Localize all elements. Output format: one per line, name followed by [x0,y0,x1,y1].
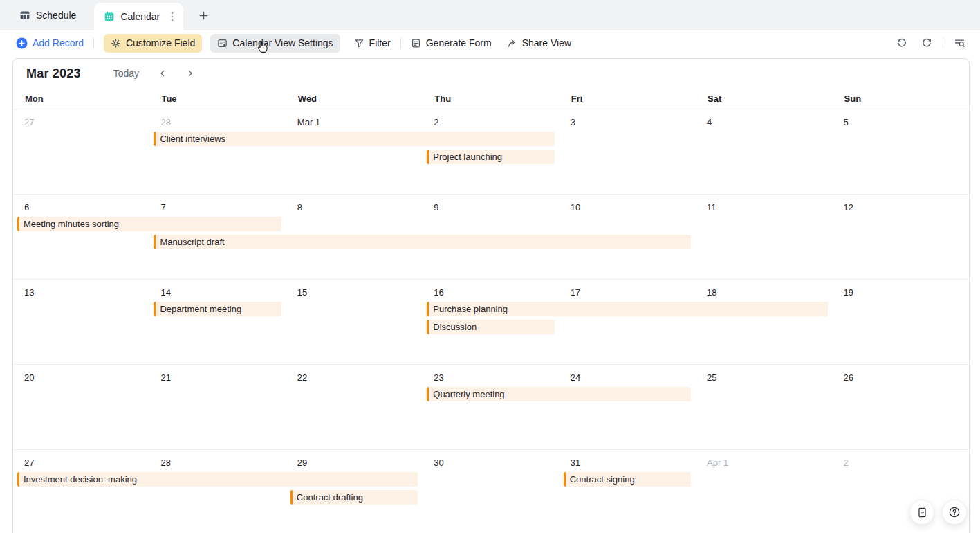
day-cell[interactable]: 31 [560,450,696,533]
filter-label: Filter [369,37,391,48]
date-label: 6 [24,202,29,213]
date-label: 5 [844,117,849,127]
day-cell[interactable]: 27 [13,450,149,533]
generate-form-label: Generate Form [426,37,492,48]
calendar-view-settings-button[interactable]: Calendar View Settings [210,34,340,53]
share-view-label: Share View [522,37,571,48]
generate-form-button[interactable]: Generate Form [411,37,492,48]
calendar-event[interactable]: Project launching [427,150,554,164]
day-cell[interactable]: 15 [286,280,423,364]
day-cell[interactable]: 4 [696,109,832,194]
plus-circle-icon [16,37,28,49]
date-label: 2 [844,458,849,468]
list-settings-icon [217,38,228,48]
day-cell[interactable]: 13 [13,280,149,364]
document-icon [916,507,928,518]
tab-schedule-label: Schedule [36,10,76,21]
date-label: 27 [24,458,34,468]
date-label: 26 [844,372,853,383]
day-cell[interactable]: 25 [696,365,832,449]
day-cell[interactable]: 18 [696,280,832,364]
date-label: 31 [571,458,580,468]
date-label: 3 [571,117,575,127]
date-label: 22 [297,372,307,383]
help-button[interactable] [942,500,967,525]
calendar-event[interactable]: Purchase planning [427,302,827,316]
day-cell[interactable]: 11 [696,195,832,279]
day-cell[interactable]: 30 [423,450,559,533]
next-month-button[interactable] [182,65,198,82]
date-label: 12 [844,202,853,213]
day-cell[interactable]: 28 [149,450,286,533]
day-cell[interactable]: 20 [13,365,149,449]
search-records-icon [954,37,965,48]
share-view-button[interactable]: Share View [507,37,571,48]
day-cell[interactable]: 3 [560,109,696,194]
search-records-button[interactable] [951,35,968,51]
weekday-label: Thu [423,88,559,109]
calendar-event[interactable]: Discussion [427,320,554,334]
tab-calendar-label: Calendar [120,11,160,22]
date-label: 2 [434,117,438,127]
today-button[interactable]: Today [113,68,139,79]
day-cell[interactable]: 21 [149,365,286,449]
day-cell[interactable]: 17 [560,280,696,364]
undo-icon [896,37,907,48]
day-cell[interactable]: Apr 1 [696,450,832,533]
day-cell[interactable]: 24 [560,365,696,449]
tab-calendar[interactable]: Calendar [94,3,183,30]
day-cell[interactable]: 14 [149,280,286,364]
day-cell[interactable]: 5 [833,109,969,194]
day-cell[interactable]: Mar 1 [286,109,423,194]
date-label: 18 [707,287,716,298]
weekday-label: Mon [13,88,149,109]
changelog-button[interactable] [909,500,934,525]
day-cell[interactable]: 22 [286,365,423,449]
date-label: Apr 1 [707,458,728,468]
undo-button[interactable] [894,35,910,51]
date-label: 28 [160,458,170,468]
customize-field-button[interactable]: Customize Field [104,34,202,53]
weekday-label: Sun [833,88,969,109]
calendar-event[interactable]: Contract drafting [290,490,418,505]
date-label: Mar 1 [297,117,320,127]
calendar-event[interactable]: Manuscript draft [154,235,691,249]
tab-schedule[interactable]: Schedule [8,0,87,30]
day-cell[interactable]: 27 [13,109,149,194]
day-cell[interactable]: 23 [423,365,559,449]
date-label: 13 [24,287,34,298]
kebab-icon[interactable] [168,10,176,23]
week-row: 2728293031Apr 12Investment decision–maki… [13,450,969,533]
day-cell[interactable]: 12 [833,195,969,279]
date-label: 20 [24,372,34,383]
calendar-event[interactable]: Meeting minutes sorting [17,217,281,231]
chevron-right-icon [185,69,195,78]
day-cell[interactable]: 6 [13,195,149,279]
calendar-event[interactable]: Quarterly meeting [427,387,691,401]
share-icon [507,38,517,48]
calendar-event[interactable]: Department meeting [154,302,281,316]
calendar-event[interactable]: Contract signing [564,472,691,487]
filter-button[interactable]: Filter [354,37,391,48]
prev-month-button[interactable] [154,65,171,82]
week-row: 13141516171819Department meetingPurchase… [13,280,969,365]
toolbar: Add Record Customize Field Calendar View… [0,30,980,55]
calendar-event[interactable]: Client interviews [154,132,554,146]
date-label: 14 [160,287,170,298]
redo-icon [921,37,932,48]
day-cell[interactable]: 19 [833,280,969,364]
week-row: 20212223242526Quarterly meeting [13,365,969,450]
date-label: 28 [160,117,170,127]
weekday-label: Tue [149,88,286,109]
add-record-button[interactable]: Add Record [16,37,84,49]
calendar-view-settings-label: Calendar View Settings [232,37,333,48]
calendar-header: Mar 2023 Today [13,59,969,88]
date-label: 25 [707,372,716,383]
calendar-event[interactable]: Investment decision–making [17,472,418,487]
day-cell[interactable]: 26 [833,365,969,449]
date-label: 23 [434,372,443,383]
day-cell[interactable]: 28 [149,109,286,194]
redo-button[interactable] [918,35,935,51]
new-view-button[interactable] [193,5,214,26]
plus-icon [198,10,209,21]
